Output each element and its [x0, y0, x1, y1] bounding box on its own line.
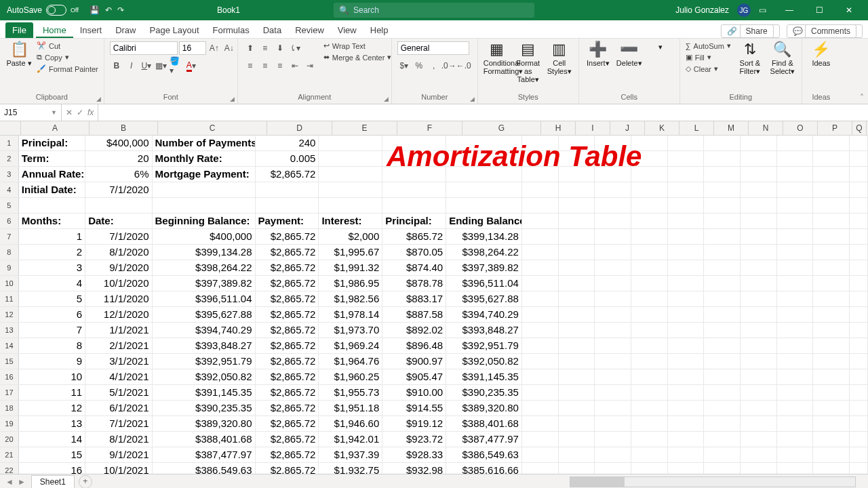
cell[interactable]: 9/1/2021: [85, 447, 152, 462]
increase-decimal-icon[interactable]: .0→: [442, 59, 456, 73]
cell[interactable]: $2,865.72: [256, 401, 319, 415]
cell[interactable]: [382, 198, 446, 213]
enter-formula-icon[interactable]: ✓: [77, 108, 83, 117]
cell[interactable]: [741, 276, 777, 291]
cell[interactable]: [631, 260, 668, 275]
cell[interactable]: [595, 167, 631, 182]
col-header[interactable]: L: [679, 121, 714, 135]
cell[interactable]: [777, 463, 814, 474]
italic-button[interactable]: I: [125, 59, 138, 73]
cell[interactable]: [522, 369, 559, 384]
row-header[interactable]: 1: [0, 136, 19, 150]
search-input[interactable]: 🔍 Search: [334, 3, 534, 18]
cell[interactable]: [704, 401, 741, 415]
row-header[interactable]: 11: [0, 291, 19, 306]
cell[interactable]: [813, 198, 850, 213]
cell[interactable]: [850, 167, 868, 182]
cell[interactable]: [813, 229, 850, 244]
cell[interactable]: [813, 447, 850, 462]
cell[interactable]: [319, 198, 382, 213]
name-box[interactable]: J15▼: [0, 104, 62, 121]
cell[interactable]: $393,848.27: [446, 323, 522, 338]
increase-font-icon[interactable]: A↑: [208, 41, 221, 55]
cell[interactable]: [446, 198, 522, 213]
cell[interactable]: $397,389.82: [446, 260, 522, 275]
comma-format-icon[interactable]: ,: [427, 59, 441, 73]
cell[interactable]: [382, 136, 446, 150]
col-header[interactable]: Q: [852, 121, 867, 135]
cell[interactable]: $2,865.72: [256, 260, 319, 275]
collapse-ribbon-icon[interactable]: ˄: [860, 93, 864, 102]
row-header[interactable]: 22: [0, 463, 19, 474]
cell[interactable]: [704, 291, 741, 306]
cut-button[interactable]: ✂️Cut: [37, 41, 98, 50]
cell[interactable]: [522, 416, 559, 431]
cell[interactable]: 12: [19, 401, 85, 415]
cell[interactable]: [704, 214, 741, 228]
cell[interactable]: [777, 385, 814, 400]
cell[interactable]: [631, 447, 668, 462]
align-left-icon[interactable]: ≡: [243, 59, 257, 73]
cell[interactable]: [559, 432, 595, 447]
cell[interactable]: [319, 136, 382, 150]
cell[interactable]: [777, 229, 814, 244]
insert-cells-button[interactable]: ➕Insert▾: [585, 41, 612, 67]
merge-center-button[interactable]: ⬌Merge & Center ▾: [323, 53, 392, 62]
cell[interactable]: $2,865.72: [256, 307, 319, 322]
cell[interactable]: [668, 385, 705, 400]
cell[interactable]: $887.58: [382, 307, 446, 322]
cell[interactable]: [522, 229, 559, 244]
cell[interactable]: [704, 229, 741, 244]
cell[interactable]: [153, 198, 256, 213]
cell[interactable]: $923.72: [382, 432, 446, 447]
sheet-nav-next-icon[interactable]: ►: [18, 477, 26, 487]
cell[interactable]: [704, 167, 741, 182]
cell[interactable]: [777, 214, 814, 228]
cell[interactable]: $387,477.97: [153, 447, 256, 462]
decrease-indent-icon[interactable]: ⇤: [288, 59, 302, 73]
cell[interactable]: [850, 229, 868, 244]
cell[interactable]: [813, 167, 850, 182]
cell[interactable]: 6%: [85, 167, 152, 182]
cell[interactable]: [741, 291, 777, 306]
select-all-corner[interactable]: [0, 121, 21, 135]
cell[interactable]: [668, 276, 705, 291]
cell[interactable]: [668, 198, 705, 213]
cell[interactable]: [850, 338, 868, 353]
cell[interactable]: [256, 198, 319, 213]
col-header[interactable]: K: [645, 121, 679, 135]
cell[interactable]: [777, 416, 814, 431]
cell[interactable]: $2,865.72: [256, 323, 319, 338]
row-header[interactable]: 4: [0, 182, 19, 197]
cell[interactable]: [382, 151, 446, 166]
cell[interactable]: [741, 447, 777, 462]
cell[interactable]: [777, 182, 814, 197]
cell[interactable]: $391,145.35: [153, 385, 256, 400]
cell[interactable]: [813, 369, 850, 384]
cell[interactable]: [595, 416, 631, 431]
cell[interactable]: 10/1/2021: [85, 463, 152, 474]
cell[interactable]: 1/1/2021: [85, 323, 152, 338]
cell[interactable]: [522, 182, 559, 197]
cell[interactable]: [850, 354, 868, 369]
cell[interactable]: $1,982.56: [319, 291, 382, 306]
cell[interactable]: Payment:: [256, 214, 319, 228]
cell[interactable]: 240: [256, 136, 319, 150]
cell[interactable]: $1,964.76: [319, 354, 382, 369]
cell[interactable]: [850, 151, 868, 166]
cell[interactable]: $390,235.35: [446, 385, 522, 400]
cell[interactable]: [704, 385, 741, 400]
cell[interactable]: [631, 167, 668, 182]
cell[interactable]: [522, 385, 559, 400]
cell[interactable]: [559, 338, 595, 353]
cell[interactable]: [595, 323, 631, 338]
cell[interactable]: $1,973.70: [319, 323, 382, 338]
cell[interactable]: 7/1/2020: [85, 229, 152, 244]
cell[interactable]: [850, 214, 868, 228]
cell[interactable]: Date:: [85, 214, 152, 228]
cell[interactable]: [704, 198, 741, 213]
cell[interactable]: 5: [19, 291, 85, 306]
cell[interactable]: [595, 463, 631, 474]
cell[interactable]: $1,986.95: [319, 276, 382, 291]
col-header[interactable]: N: [749, 121, 783, 135]
